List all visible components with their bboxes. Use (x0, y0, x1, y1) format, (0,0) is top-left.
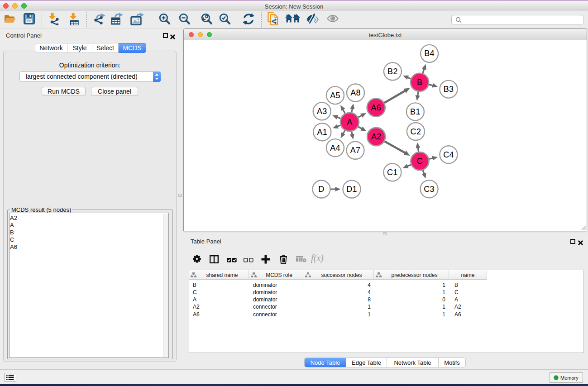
svg-text:C2: C2 (411, 127, 421, 136)
svg-text:B2: B2 (387, 67, 398, 76)
svg-text:B1: B1 (410, 107, 421, 116)
svg-text:A5: A5 (330, 91, 340, 100)
svg-text:A4: A4 (330, 143, 340, 152)
svg-text:B4: B4 (424, 49, 435, 58)
svg-text:D: D (318, 185, 324, 194)
svg-text:C1: C1 (387, 168, 398, 177)
svg-text:B: B (417, 78, 422, 87)
svg-text:A1: A1 (317, 128, 327, 137)
svg-text:C4: C4 (443, 150, 454, 159)
svg-text:A7: A7 (350, 146, 361, 155)
svg-text:C: C (417, 157, 423, 166)
svg-text:A3: A3 (317, 107, 327, 116)
svg-text:C3: C3 (424, 185, 435, 194)
svg-text:A2: A2 (371, 132, 382, 141)
svg-text:D1: D1 (346, 185, 357, 194)
svg-text:A: A (347, 118, 352, 127)
svg-text:A6: A6 (371, 103, 381, 112)
svg-text:A8: A8 (350, 88, 361, 97)
svg-text:B3: B3 (444, 85, 454, 94)
